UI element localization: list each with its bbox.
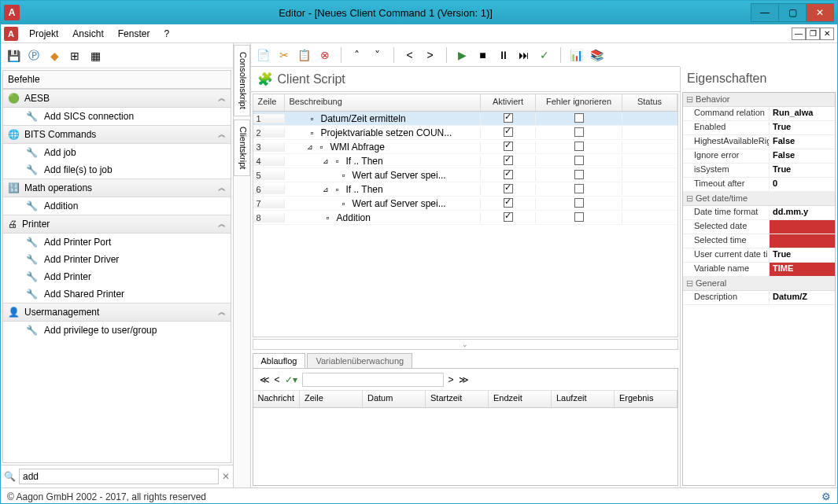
category-usermanagement[interactable]: 👤Usermanagement︽	[3, 303, 231, 322]
script-row[interactable]: 3 ⊿▫WMI Abfrage	[253, 140, 677, 154]
tab-ablauflog[interactable]: Ablauflog	[253, 353, 306, 368]
command-item[interactable]: 🔧Addition	[3, 197, 231, 215]
nav-last-icon[interactable]: ≫	[459, 374, 469, 385]
activated-checkbox[interactable]	[504, 156, 513, 165]
property-row[interactable]: HighestAvailableRigFalse	[683, 135, 835, 149]
col-beschreibung[interactable]: Beschreibung	[285, 94, 481, 111]
log-col-laufzeit[interactable]: Laufzeit	[552, 391, 615, 407]
log-col-nachricht[interactable]: Nachricht	[253, 391, 300, 407]
category-math-operations[interactable]: 🔢Math operations︽	[3, 178, 231, 197]
status-config-icon[interactable]: ⚙	[821, 491, 831, 502]
ignore-error-checkbox[interactable]	[574, 170, 584, 179]
move-down-icon[interactable]: ˅	[370, 47, 386, 63]
property-value[interactable]: 0	[770, 178, 835, 191]
mdi-close[interactable]: ✕	[820, 28, 834, 40]
script-row[interactable]: 2 ▫Projektvariable setzen COUN...	[253, 126, 677, 140]
property-value[interactable]: TIME	[770, 263, 835, 276]
command-item[interactable]: 🔧Add job	[3, 144, 231, 161]
library-icon[interactable]: 📚	[589, 47, 605, 63]
pause-icon[interactable]: ⏸	[496, 47, 511, 63]
property-value[interactable]: True	[770, 248, 835, 262]
step-forward-icon[interactable]: ⏭	[516, 47, 532, 63]
run-icon[interactable]: ▶	[455, 47, 471, 63]
expander-icon[interactable]: ⊿	[323, 157, 329, 165]
package-icon[interactable]: ◆	[46, 48, 62, 64]
command-item[interactable]: 🔧Add Printer	[3, 268, 231, 285]
cut-icon[interactable]: ✂	[276, 47, 292, 63]
log-col-ergebnis[interactable]: Ergebnis	[615, 391, 677, 407]
property-row[interactable]: EnabledTrue	[683, 121, 835, 135]
tab-variablen[interactable]: Variablenüberwachung	[307, 353, 412, 368]
property-group[interactable]: General	[683, 277, 835, 291]
layout-icon[interactable]: ⊞	[67, 48, 83, 64]
property-row[interactable]: Date time formatdd.mm.y	[683, 206, 835, 220]
activated-checkbox[interactable]	[504, 113, 513, 123]
script-row[interactable]: 6 ⊿▫If .. Then	[253, 182, 677, 197]
outdent-icon[interactable]: <	[402, 47, 418, 63]
ignore-error-checkbox[interactable]	[574, 156, 584, 165]
search-input[interactable]	[19, 469, 219, 484]
expand-handle[interactable]: ⌄	[253, 339, 678, 350]
activated-checkbox[interactable]	[504, 170, 513, 179]
ignore-error-checkbox[interactable]	[574, 184, 584, 193]
property-value[interactable]: False	[770, 149, 835, 163]
property-row[interactable]: DescriptionDatum/Z	[683, 291, 835, 305]
stop-icon[interactable]: ■	[475, 47, 491, 63]
ignore-error-checkbox[interactable]	[574, 142, 584, 151]
log-col-endzeit[interactable]: Endzeit	[489, 391, 552, 407]
col-zeile[interactable]: Zeile	[253, 94, 285, 111]
nav-first-icon[interactable]: ≪	[260, 374, 270, 385]
property-row[interactable]: Timeout after0	[683, 178, 835, 192]
indent-icon[interactable]: >	[423, 47, 438, 63]
log-col-zeile[interactable]: Zeile	[300, 391, 363, 407]
ignore-error-checkbox[interactable]	[574, 127, 584, 137]
script-row[interactable]: 4 ⊿▫If .. Then	[253, 154, 677, 168]
col-fehler[interactable]: Fehler ignorieren	[536, 94, 622, 111]
script-row[interactable]: 7 ▫Wert auf Server spei...	[253, 197, 677, 211]
ignore-error-checkbox[interactable]	[574, 198, 584, 208]
log-filter-dropdown[interactable]	[302, 373, 444, 387]
menu-help[interactable]: ?	[157, 27, 175, 41]
script-row[interactable]: 5 ▫Wert auf Server spei...	[253, 168, 677, 182]
property-row[interactable]: Variable nameTIME	[683, 263, 835, 277]
close-button[interactable]: ✕	[806, 3, 834, 22]
property-value[interactable]	[770, 220, 835, 234]
nav-prev-icon[interactable]: <	[275, 374, 280, 385]
ignore-error-checkbox[interactable]	[574, 212, 584, 222]
property-value[interactable]: Datum/Z	[770, 291, 835, 304]
property-value[interactable]: False	[770, 135, 835, 149]
grid-icon[interactable]: ▦	[87, 48, 103, 64]
activated-checkbox[interactable]	[504, 198, 513, 208]
activated-checkbox[interactable]	[504, 127, 513, 137]
mdi-minimize[interactable]: —	[792, 28, 806, 40]
script-row[interactable]: 1 ▫Datum/Zeit ermitteln	[253, 112, 677, 126]
property-row[interactable]: Ignore errorFalse	[683, 149, 835, 164]
menu-fenster[interactable]: Fenster	[112, 27, 157, 41]
property-group[interactable]: Behavior	[683, 93, 835, 107]
ignore-error-checkbox[interactable]	[574, 113, 584, 123]
property-value[interactable]: dd.mm.y	[770, 206, 835, 219]
minimize-button[interactable]: —	[751, 3, 779, 22]
property-row[interactable]: User current date tiTrue	[683, 248, 835, 263]
clear-search-icon[interactable]: ✕	[222, 471, 230, 482]
log-col-datum[interactable]: Datum	[363, 391, 426, 407]
command-item[interactable]: 🔧Add file(s) to job	[3, 161, 231, 178]
delete-icon[interactable]: ⊗	[317, 47, 333, 63]
chart-icon[interactable]: 📊	[569, 47, 585, 63]
save-icon[interactable]: 💾	[6, 48, 21, 64]
property-value[interactable]: True	[770, 121, 835, 134]
validate-icon[interactable]: ✓	[537, 47, 552, 63]
copy-icon[interactable]: 📄	[256, 47, 271, 63]
nav-check-icon[interactable]: ✓▾	[285, 374, 297, 385]
script-row[interactable]: 8 ▫Addition	[253, 211, 677, 225]
command-item[interactable]: 🔧Add Shared Printer	[3, 285, 231, 303]
category-printer[interactable]: 🖨Printer︽	[3, 215, 231, 234]
nav-next-icon[interactable]: >	[449, 374, 454, 385]
activated-checkbox[interactable]	[504, 142, 513, 151]
maximize-button[interactable]: ▢	[778, 3, 807, 22]
property-row[interactable]: Selected time	[683, 234, 835, 248]
property-value[interactable]: True	[770, 164, 835, 177]
property-row[interactable]: Selected date	[683, 220, 835, 234]
publish-icon[interactable]: Ⓟ	[26, 48, 42, 64]
log-col-startzeit[interactable]: Startzeit	[426, 391, 489, 407]
